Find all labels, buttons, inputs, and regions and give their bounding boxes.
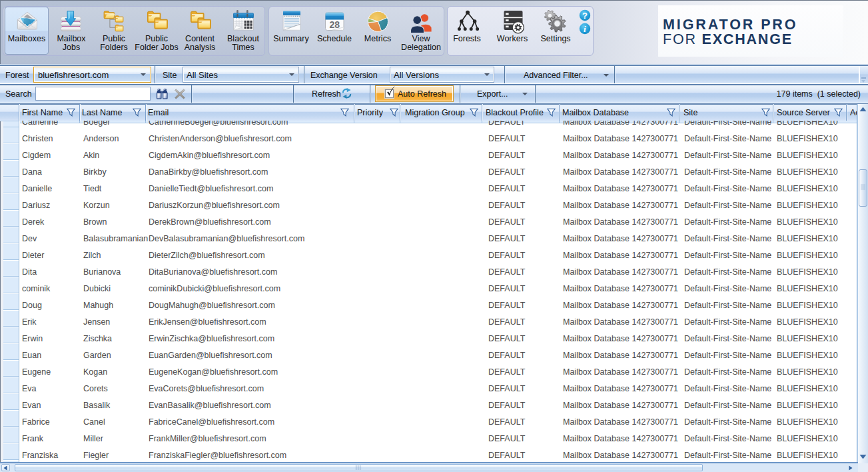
svg-text:?: ? (582, 11, 588, 21)
svg-text:i: i (584, 24, 586, 34)
svg-text:28: 28 (329, 19, 340, 30)
